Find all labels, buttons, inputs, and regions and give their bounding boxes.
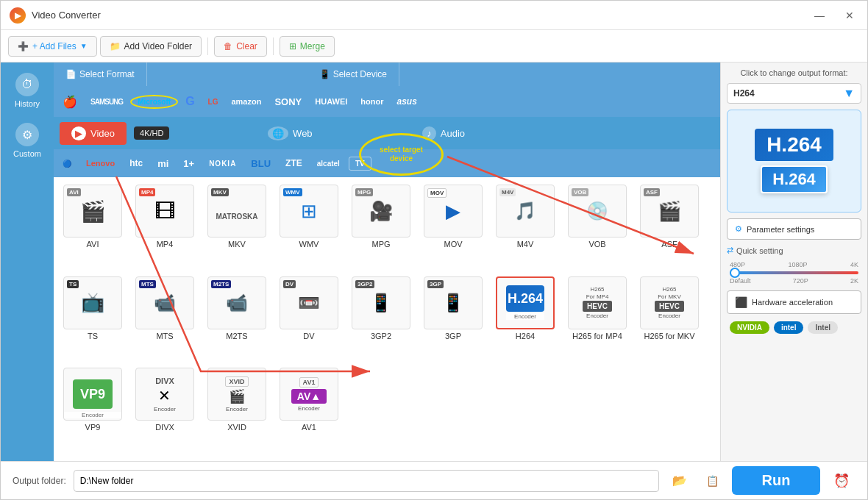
web-btn[interactable]: 🌐 Web bbox=[256, 122, 324, 145]
merge-icon: ⊞ bbox=[289, 41, 296, 51]
brand-row-2: 🔵 Lenovo htc mi 1+ NOKIA BLU ZTE alcatel… bbox=[54, 149, 720, 177]
4k-hd-btn[interactable]: 4K/HD bbox=[134, 126, 169, 140]
tab-select-format[interactable]: 📄 Select Format bbox=[54, 63, 147, 86]
brand-apple[interactable]: 🍎 bbox=[57, 93, 83, 111]
format-3gp2[interactable]: 3GP2 📱 3GP2 bbox=[348, 276, 414, 362]
clear-button[interactable]: 🗑 Clear bbox=[214, 36, 267, 57]
format-m2ts[interactable]: M2TS 📹 M2TS bbox=[204, 276, 270, 362]
browse-button[interactable]: 📋 bbox=[700, 472, 725, 490]
brand-lg[interactable]: LG bbox=[202, 96, 224, 108]
brand-samsung[interactable]: SAMSUNG bbox=[85, 96, 129, 108]
plus-icon: ➕ bbox=[18, 41, 29, 51]
add-files-button[interactable]: ➕ + Add Files ▼ bbox=[8, 36, 97, 57]
settings-icon: ⚙ bbox=[735, 224, 742, 234]
quick-setting-label: ⇄ Quick setting bbox=[727, 246, 861, 255]
format-m4v[interactable]: M4V 🎵 M4V bbox=[492, 185, 558, 271]
gpu-chips-container: NVIDIA intel Intel bbox=[727, 320, 861, 335]
merge-button[interactable]: ⊞ Merge bbox=[280, 36, 335, 57]
brand-row-1: 🍎 SAMSUNG Microsoft G LG amazon SONY HUA… bbox=[54, 86, 720, 117]
brand-motorola[interactable]: 🔵 bbox=[57, 157, 77, 170]
brand-zte[interactable]: ZTE bbox=[280, 156, 308, 171]
app-window: ▶ Video Converter — ✕ ➕ + Add Files ▼ 📁 … bbox=[0, 0, 868, 500]
format-h264[interactable]: H.264 Encoder H264 bbox=[492, 276, 558, 362]
quality-slider-track[interactable] bbox=[730, 271, 858, 274]
brand-mi[interactable]: mi bbox=[152, 156, 174, 171]
hardware-acceleration-button[interactable]: ⬛ Hardware acceleration bbox=[727, 290, 861, 314]
format-asf[interactable]: ASF 🎬 ASF bbox=[636, 185, 702, 271]
brand-nokia[interactable]: NOKIA bbox=[203, 157, 242, 170]
sidebar-label-custom: Custom bbox=[13, 149, 41, 158]
format-avi[interactable]: AVI 🎬 AVI bbox=[60, 185, 126, 271]
minimize-button[interactable]: — bbox=[810, 8, 829, 23]
format-xvid[interactable]: XVID 🎬 Encoder XVID bbox=[204, 368, 270, 454]
brand-blu[interactable]: BLU bbox=[245, 156, 277, 171]
format-selector-dropdown[interactable]: H264 ▼ bbox=[727, 83, 861, 104]
dropdown-chevron-icon: ▼ bbox=[843, 87, 855, 100]
device-tab-icon: 📱 bbox=[319, 69, 330, 79]
format-mts[interactable]: MTS 📹 MTS bbox=[132, 276, 198, 362]
format-grid: AVI 🎬 AVI MP4 🎞 MP4 MKV MATROSKA bbox=[54, 177, 720, 461]
brand-lenovo[interactable]: Lenovo bbox=[80, 157, 121, 170]
sidebar-item-history[interactable]: ⏱ History bbox=[1, 65, 54, 115]
format-h265mkv[interactable]: H265 For MKV HEVC Encoder H265 for MKV bbox=[636, 276, 702, 362]
quality-labels-bottom: Default 720P 2K bbox=[730, 277, 858, 285]
web-icon: 🌐 bbox=[268, 126, 288, 140]
output-path-input[interactable] bbox=[74, 470, 659, 492]
tab-select-device[interactable]: 📱 Select Device bbox=[307, 63, 399, 86]
format-tab-icon: 📄 bbox=[65, 69, 77, 79]
format-h265mp4[interactable]: H265 For MP4 HEVC Encoder H265 for MP4 bbox=[564, 276, 630, 362]
nvidia-chip[interactable]: NVIDIA bbox=[730, 321, 769, 334]
format-ts[interactable]: TS 📺 TS bbox=[60, 276, 126, 362]
open-folder-button[interactable]: 📂 bbox=[666, 471, 693, 490]
sidebar: ⏱ History ⚙ Custom bbox=[1, 63, 54, 461]
brand-alcatel[interactable]: alcatel bbox=[311, 157, 346, 170]
format-3gp[interactable]: 3GP 📱 3GP bbox=[420, 276, 486, 362]
sidebar-item-custom[interactable]: ⚙ Custom bbox=[1, 115, 54, 165]
brand-huawei[interactable]: HUAWEI bbox=[309, 95, 353, 108]
format-divx[interactable]: DIVX ✕ Encoder DIVX bbox=[132, 368, 198, 454]
brand-tv[interactable]: TV bbox=[349, 157, 371, 171]
custom-icon: ⚙ bbox=[15, 123, 39, 146]
format-wmv[interactable]: WMV ⊞ WMV bbox=[276, 185, 342, 271]
sidebar-label-history: History bbox=[15, 99, 40, 108]
format-dv[interactable]: DV 📼 DV bbox=[276, 276, 342, 362]
quick-setting-icon: ⇄ bbox=[727, 246, 733, 255]
output-folder-label: Output folder: bbox=[13, 476, 66, 486]
right-panel: Click to change output format: H264 ▼ H.… bbox=[720, 63, 867, 461]
preview-format-bottom: H.264 bbox=[761, 165, 828, 193]
intel-chip-2[interactable]: Intel bbox=[808, 321, 838, 334]
brand-honor[interactable]: honor bbox=[355, 95, 389, 108]
quality-slider-thumb[interactable] bbox=[730, 268, 740, 278]
add-video-folder-button[interactable]: 📁 Add Video Folder bbox=[100, 36, 202, 57]
alarm-icon[interactable]: ⏰ bbox=[828, 470, 855, 492]
quality-labels-top: 480P 1080P 4K bbox=[730, 261, 858, 268]
brand-sony[interactable]: SONY bbox=[268, 94, 307, 110]
format-mkv[interactable]: MKV MATROSKA MKV bbox=[204, 185, 270, 271]
format-mov[interactable]: MOV ▶ MOV bbox=[420, 185, 486, 271]
run-button[interactable]: Run bbox=[732, 466, 820, 495]
format-vob[interactable]: VOB 💿 VOB bbox=[564, 185, 630, 271]
titlebar-controls: — ✕ bbox=[810, 8, 858, 23]
video-btn[interactable]: ▶ Video bbox=[60, 122, 127, 145]
format-mpg[interactable]: MPG 🎥 MPG bbox=[348, 185, 414, 271]
close-button[interactable]: ✕ bbox=[841, 8, 858, 23]
format-mp4[interactable]: MP4 🎞 MP4 bbox=[132, 185, 198, 271]
brand-google[interactable]: G bbox=[179, 93, 200, 110]
cpu-icon: ⬛ bbox=[735, 296, 747, 308]
preview-format-top: H.264 bbox=[755, 129, 833, 161]
audio-icon: ♪ bbox=[422, 126, 436, 140]
brand-amazon[interactable]: amazon bbox=[225, 95, 267, 108]
output-format-label: Click to change output format: bbox=[727, 68, 861, 77]
intel-chip-1[interactable]: intel bbox=[774, 321, 804, 334]
format-av1[interactable]: AV1 AV▲ Encoder AV1 bbox=[276, 368, 342, 454]
brand-microsoft[interactable]: Microsoft bbox=[130, 95, 178, 109]
brand-oneplus[interactable]: 1+ bbox=[177, 156, 200, 171]
format-vp9[interactable]: VP9 Encoder VP9 bbox=[60, 368, 126, 454]
quality-slider-container: 480P 1080P 4K Default 720P 2K bbox=[727, 261, 861, 285]
brand-asus[interactable]: asus bbox=[391, 94, 422, 109]
main-area: ⏱ History ⚙ Custom 📄 Select Format 📱 Sel… bbox=[1, 63, 867, 461]
brand-htc[interactable]: htc bbox=[124, 156, 149, 171]
toolbar: ➕ + Add Files ▼ 📁 Add Video Folder 🗑 Cle… bbox=[1, 30, 867, 63]
audio-btn[interactable]: ♪ Audio bbox=[410, 122, 477, 145]
parameter-settings-button[interactable]: ⚙ Parameter settings bbox=[727, 218, 861, 240]
